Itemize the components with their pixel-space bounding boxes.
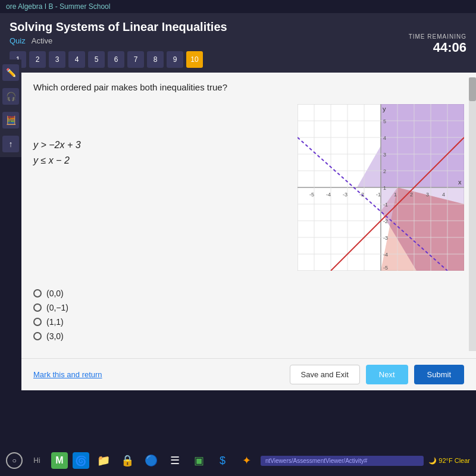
- svg-text:-2: -2: [359, 192, 364, 198]
- taskbar-edge-icon[interactable]: 🌀: [73, 452, 89, 469]
- page-title: Solving Systems of Linear Inequalities: [10, 20, 227, 34]
- active-label: Active: [32, 36, 52, 45]
- svg-text:-3: -3: [383, 235, 388, 241]
- taskbar-chrome-icon[interactable]: 🔵: [142, 451, 161, 470]
- answer-choice-2[interactable]: (0,−1): [33, 303, 464, 312]
- graph-section: x y -5 -4 -3 -2 -1 1 2 3 4 5 4 3 2 1: [298, 104, 464, 271]
- radio-4[interactable]: [33, 332, 42, 340]
- q-btn-2[interactable]: 2: [29, 51, 46, 68]
- time-value: 44:06: [409, 40, 466, 55]
- content-row: y > −2x + 3 y ≤ x − 2: [33, 104, 464, 271]
- svg-text:-1: -1: [376, 192, 381, 198]
- taskbar-blue-icon[interactable]: $: [213, 451, 232, 470]
- weather-icon: 🌙: [428, 457, 437, 464]
- calculator-icon[interactable]: 🧮: [2, 112, 19, 129]
- q-btn-6[interactable]: 6: [108, 51, 124, 68]
- taskbar-folder-icon[interactable]: 📁: [94, 451, 113, 470]
- taskbar-hi-icon[interactable]: Hi: [27, 451, 46, 470]
- taskbar-list-icon[interactable]: ☰: [165, 451, 184, 470]
- header-section: Solving Systems of Linear Inequalities Q…: [0, 13, 476, 73]
- svg-text:-1: -1: [383, 202, 388, 208]
- taskbar-url-bar: ntViewers/AssessmentViewer/Activity#: [261, 456, 424, 466]
- equation1: y > −2x + 3: [33, 140, 286, 151]
- svg-text:2: 2: [410, 192, 413, 198]
- equation2: y ≤ x − 2: [33, 155, 286, 166]
- submit-button[interactable]: Submit: [414, 365, 464, 384]
- radio-3[interactable]: [33, 318, 42, 326]
- mark-return-link[interactable]: Mark this and return: [33, 370, 102, 379]
- quiz-status: Quiz Active: [10, 36, 227, 45]
- scrollbar-thumb[interactable]: [469, 77, 476, 101]
- q-btn-9[interactable]: 9: [167, 51, 183, 68]
- svg-text:4: 4: [383, 135, 386, 141]
- taskbar-green-icon[interactable]: ▣: [189, 451, 208, 470]
- top-bar: ore Algebra I B - Summer School: [0, 0, 476, 13]
- weather-display: 🌙 92°F Clear: [428, 457, 470, 465]
- q-btn-10[interactable]: 10: [186, 51, 203, 68]
- quiz-label: Quiz: [10, 36, 26, 45]
- taskbar-star-icon[interactable]: ✦: [237, 451, 256, 470]
- svg-text:-5: -5: [383, 265, 388, 271]
- timer: TIME REMAINING 44:06: [409, 33, 466, 55]
- arrow-up-icon[interactable]: ↑: [2, 136, 19, 152]
- svg-text:3: 3: [383, 152, 386, 158]
- scrollbar[interactable]: [469, 77, 476, 351]
- svg-text:-3: -3: [343, 192, 347, 198]
- svg-text:y: y: [383, 105, 386, 112]
- headphone-icon[interactable]: 🎧: [2, 88, 19, 105]
- q-btn-7[interactable]: 7: [127, 51, 144, 68]
- q-btn-4[interactable]: 4: [68, 51, 85, 68]
- answers-section: (0,0) (0,−1) (1,1) (3,0): [33, 289, 464, 341]
- q-btn-3[interactable]: 3: [49, 51, 65, 68]
- app-title: ore Algebra I B - Summer School: [6, 2, 110, 11]
- svg-text:-4: -4: [383, 252, 388, 258]
- answer-label-1: (0,0): [46, 289, 64, 298]
- action-buttons: Save and Exit Next Submit: [290, 365, 464, 384]
- answer-choice-1[interactable]: (0,0): [33, 289, 464, 298]
- bottom-bar: Mark this and return Save and Exit Next …: [21, 358, 476, 390]
- graph-svg: x y -5 -4 -3 -2 -1 1 2 3 4 5 4 3 2 1: [298, 104, 464, 271]
- svg-text:3: 3: [426, 192, 429, 198]
- svg-text:1: 1: [394, 192, 397, 198]
- taskbar: ○ Hi M 🌀 📁 🔒 🔵 ☰ ▣ $ ✦ ntViewers/Assessm…: [0, 445, 476, 476]
- answer-label-4: (3,0): [46, 331, 64, 341]
- answer-label-2: (0,−1): [46, 303, 68, 312]
- taskbar-search-icon[interactable]: ○: [6, 452, 23, 469]
- svg-text:x: x: [458, 178, 462, 186]
- answer-choice-3[interactable]: (1,1): [33, 317, 464, 327]
- svg-text:-2: -2: [383, 218, 388, 224]
- quiz-area: Which ordered pair makes both inequaliti…: [21, 73, 476, 358]
- next-button[interactable]: Next: [366, 365, 408, 384]
- question-text: Which ordered pair makes both inequaliti…: [33, 82, 464, 92]
- weather-text: 92°F Clear: [439, 457, 470, 464]
- question-numbers: 1 2 3 4 5 6 7 8 9 10: [10, 51, 227, 68]
- taskbar-lock-icon[interactable]: 🔒: [118, 451, 137, 470]
- pencil-icon[interactable]: ✏️: [2, 64, 19, 81]
- answer-choice-4[interactable]: (3,0): [33, 331, 464, 341]
- svg-text:4: 4: [442, 192, 445, 198]
- radio-2[interactable]: [33, 303, 42, 312]
- svg-text:1: 1: [383, 185, 386, 191]
- time-label: TIME REMAINING: [409, 33, 466, 40]
- svg-text:2: 2: [383, 168, 386, 174]
- answer-label-3: (1,1): [46, 317, 64, 327]
- equations-section: y > −2x + 3 y ≤ x − 2: [33, 104, 286, 271]
- q-btn-8[interactable]: 8: [147, 51, 164, 68]
- svg-text:-5: -5: [309, 192, 314, 198]
- save-exit-button[interactable]: Save and Exit: [290, 365, 360, 384]
- svg-text:-4: -4: [326, 192, 331, 198]
- left-sidebar: ✏️ 🎧 🧮 ↑: [0, 60, 21, 157]
- radio-1[interactable]: [33, 289, 42, 298]
- q-btn-5[interactable]: 5: [88, 51, 105, 68]
- svg-text:5: 5: [383, 118, 386, 124]
- taskbar-gmail-icon[interactable]: M: [51, 452, 68, 469]
